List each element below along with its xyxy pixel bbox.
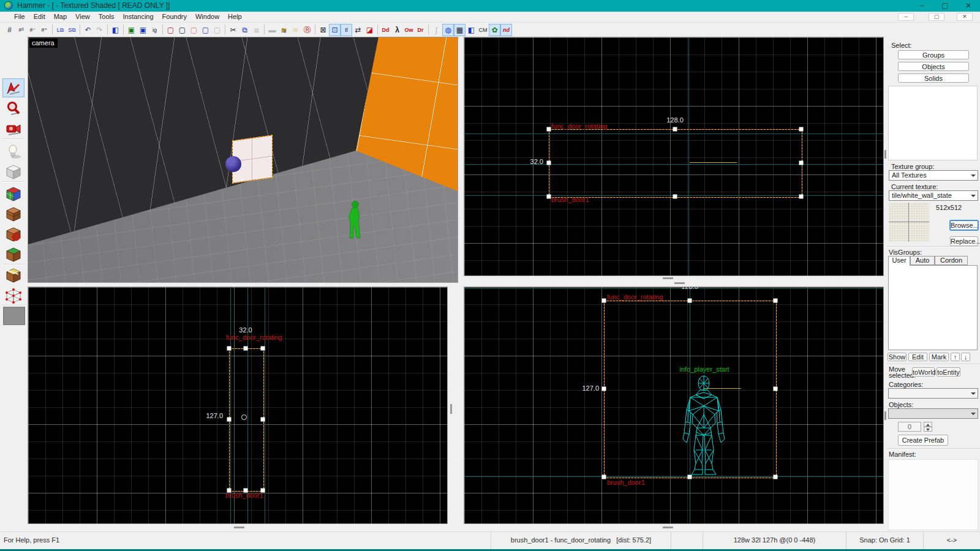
mdi-minimize-button[interactable]: – (898, 13, 914, 21)
selection-handle[interactable] (227, 489, 232, 493)
paste-icon[interactable]: ⧈ (251, 24, 262, 36)
tool-apply-decals-button[interactable] (2, 225, 24, 244)
selection-handle[interactable] (799, 195, 804, 199)
separator[interactable] (315, 24, 315, 35)
snap-to-grid-icon[interactable]: # (4, 24, 15, 36)
player-model-3d[interactable] (345, 200, 364, 242)
visgroup-list[interactable] (888, 265, 978, 350)
scrollbar-thumb[interactable] (884, 411, 886, 420)
separator[interactable] (428, 24, 429, 35)
helper-dr-icon[interactable]: Dr (415, 24, 426, 36)
visgroup-mark-button[interactable]: Mark (929, 353, 949, 361)
toggle-3d-grid-icon[interactable]: #³ (15, 24, 27, 36)
carve-icon[interactable]: ◧ (110, 24, 121, 36)
objects-dropdown[interactable] (888, 408, 978, 419)
separator[interactable] (377, 24, 378, 35)
model-fade-icon[interactable]: λ (391, 24, 403, 36)
object-count-field[interactable]: 0 (898, 422, 921, 432)
split-face-icon[interactable]: ◪ (364, 24, 375, 36)
tool-texture-application-button[interactable] (2, 184, 24, 203)
instances-icon[interactable]: ◧ (466, 24, 477, 36)
show-hidden-entities-icon[interactable]: ▢ (200, 24, 211, 36)
show-all-icon[interactable]: ▢ (211, 24, 223, 36)
larger-grid-icon[interactable]: #⁺ (39, 24, 50, 36)
texture-lock-icon[interactable]: ≋ (278, 24, 290, 36)
move-down-button[interactable]: ↓ (961, 353, 970, 361)
cm-icon[interactable]: CM (477, 24, 489, 36)
to-entity-button[interactable]: toEntity (937, 367, 960, 377)
copy-icon[interactable]: ⧉ (239, 24, 251, 36)
hide-unselected-icon[interactable]: ▢ (176, 24, 188, 36)
undo-icon[interactable]: ↶ (82, 24, 94, 36)
spinner-down-button[interactable] (924, 427, 932, 432)
visgroup-tab-cordon[interactable]: Cordon (935, 256, 968, 265)
texture-lock-tl-icon[interactable]: tl (341, 24, 352, 36)
sphere-icon[interactable]: ◍ (442, 24, 454, 36)
selection-handle[interactable] (774, 387, 778, 391)
selection-handle[interactable] (227, 418, 232, 422)
Tools[interactable]: Tools (94, 12, 119, 22)
selection-handle[interactable] (688, 475, 692, 479)
selection-handle[interactable] (547, 161, 551, 165)
tool-camera-button[interactable] (2, 119, 24, 138)
helper-dd-icon[interactable]: Dd (380, 24, 391, 36)
separator[interactable] (80, 24, 80, 35)
select-objects-button[interactable]: Objects (898, 62, 969, 71)
selection-handle[interactable] (774, 299, 778, 303)
mdi-restore-button[interactable]: ▢ (929, 13, 944, 21)
origin-circle[interactable] (241, 414, 247, 420)
browse-button[interactable]: Browse... (950, 220, 978, 230)
restore-button[interactable]: ▢ (935, 0, 956, 12)
selection-handle[interactable] (602, 387, 606, 391)
viewport-2d-top[interactable]: func_door_rotating brush_door1 128.0 32.… (464, 37, 884, 276)
selection-handle[interactable] (673, 127, 677, 132)
viewport-3d[interactable]: camera (28, 37, 458, 283)
group-icon[interactable]: ▣ (126, 24, 137, 36)
viewport-2d-side[interactable]: 32.0 func_door_rotating 127.0 brush_door… (28, 287, 448, 524)
View[interactable]: View (71, 12, 94, 22)
selection-handle[interactable] (261, 418, 265, 422)
tool-block-button[interactable] (2, 162, 24, 181)
helper-ow-icon[interactable]: Ow (403, 24, 415, 36)
texture-shift-lock-icon[interactable]: ⇄ (352, 24, 364, 36)
show-hidden-icon[interactable]: ▢ (188, 24, 200, 36)
cut-icon[interactable]: ✂ (227, 24, 239, 36)
foliage-icon[interactable]: ✿ (489, 24, 500, 36)
select-solids-button[interactable]: Solids (898, 73, 969, 83)
selection-handle[interactable] (688, 299, 692, 303)
tool-selection-button[interactable] (2, 78, 24, 97)
selection-box[interactable] (549, 129, 802, 198)
selection-list[interactable] (888, 86, 978, 160)
selection-handle[interactable] (261, 489, 265, 493)
Map[interactable]: Map (50, 12, 71, 22)
scrollbar-thumb[interactable] (663, 277, 673, 279)
close-button[interactable]: ✕ (958, 0, 979, 12)
ungroup-icon[interactable]: ▣ (137, 24, 149, 36)
scrollbar-thumb[interactable] (234, 527, 244, 528)
tool-clipping-button[interactable] (2, 266, 24, 285)
create-prefab-button[interactable]: Create Prefab (898, 435, 948, 446)
run-map-icon[interactable]: Ⓡ (301, 24, 313, 36)
Edit[interactable]: Edit (29, 12, 50, 22)
tool-apply-overlays-button[interactable] (2, 245, 24, 264)
separator[interactable] (52, 24, 53, 35)
current-texture-dropdown[interactable]: tile/white_wall_state (889, 190, 978, 201)
selection-handle[interactable] (244, 489, 248, 493)
tool-apply-current-texture-button[interactable] (2, 204, 24, 223)
selection-box[interactable] (229, 348, 264, 492)
Window[interactable]: Window (191, 12, 224, 22)
categories-dropdown[interactable] (888, 388, 978, 399)
selection-handle[interactable] (261, 347, 265, 351)
selection-handle[interactable] (673, 195, 677, 199)
texture-scale-lock-icon[interactable]: ≋ (290, 24, 301, 36)
separator[interactable] (264, 24, 265, 35)
selection-handle[interactable] (547, 195, 551, 199)
tool-entity-button[interactable] (2, 142, 24, 161)
selection-handle[interactable] (602, 475, 606, 479)
texture-group-dropdown[interactable]: All Textures (889, 170, 978, 181)
selection-handle[interactable] (602, 299, 606, 303)
texture-bar-icon[interactable]: ▬ (266, 24, 278, 36)
selection-handle[interactable] (799, 161, 804, 165)
scrollbar-thumb[interactable] (674, 282, 685, 284)
minimize-button[interactable]: – (911, 0, 932, 12)
